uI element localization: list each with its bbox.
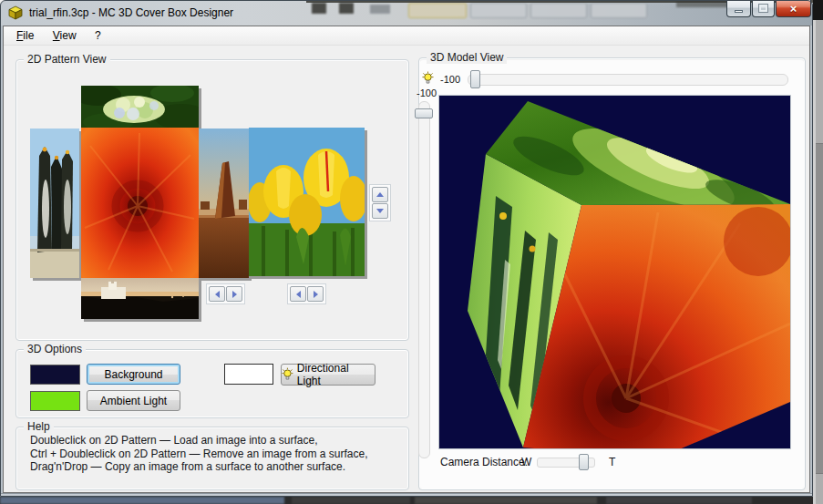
model-viewport[interactable]: [438, 95, 791, 449]
spin-right-button[interactable]: [226, 286, 242, 302]
maximize-icon: [759, 5, 767, 12]
group-3d-options-label: 3D Options: [24, 343, 86, 355]
left-arrow-icon: [215, 291, 220, 298]
camera-tele-label: T: [609, 456, 615, 468]
taskbar-blur-segment: [606, 497, 752, 504]
light-vertical-slider-track[interactable]: [418, 101, 430, 458]
background-color-swatch: [30, 365, 80, 385]
screen: trial_rfin.3cp - MC 3D Cover Box Designe…: [0, 0, 823, 504]
taskbar-blur-segment: [415, 497, 597, 504]
spin-left-button[interactable]: [209, 286, 225, 302]
window-border-right: [810, 26, 813, 493]
minimize-icon: [735, 10, 743, 13]
app-cube-icon: [8, 5, 23, 20]
surface-top-hydrangea[interactable]: [81, 86, 199, 128]
maximize-button[interactable]: [752, 0, 775, 17]
light-slider-value: -100: [440, 74, 460, 85]
group-help-label: Help: [24, 420, 54, 433]
penguins-image: [30, 129, 79, 278]
menu-file[interactable]: File: [9, 26, 41, 42]
surface-right-desert[interactable]: [199, 129, 249, 278]
help-line-1: Doubleclick on 2D Pattern — Load an imag…: [30, 434, 368, 447]
minimize-button[interactable]: [726, 0, 751, 17]
group-3d-model-view-label: 3D Model View: [427, 51, 507, 64]
background-window-edge: [676, 0, 729, 7]
light-horizontal-slider-thumb[interactable]: [470, 70, 480, 88]
vertical-slider-value: -100: [417, 87, 437, 98]
spin-up-button[interactable]: [372, 187, 388, 202]
fort-image: [81, 278, 199, 319]
light-horizontal-slider-track[interactable]: [468, 74, 788, 86]
camera-distance-label: Camera Distance:: [440, 456, 528, 468]
menubar: File View ?: [4, 26, 809, 46]
ambient-color-swatch: [30, 391, 80, 411]
help-text: Doubleclick on 2D Pattern — Load an imag…: [30, 434, 368, 474]
right-arrow-icon: [232, 291, 237, 298]
spin-right-button[interactable]: [307, 286, 324, 302]
surface-updown-spinner: [369, 184, 391, 221]
taskbar-blur-segment: [292, 497, 410, 504]
surface-left-penguins[interactable]: [30, 129, 79, 278]
group-2d-pattern-view-label: 2D Pattern View: [24, 53, 110, 66]
directional-light-button[interactable]: Directional Light: [281, 364, 375, 386]
back-surface-spinner: [287, 283, 326, 304]
help-line-2: Ctrl + Doubleclick on 2D Pattern — Remov…: [30, 447, 368, 461]
taskbar-blur-strip: [0, 497, 813, 504]
window-title: trial_rfin.3cp - MC 3D Cover Box Designe…: [29, 6, 233, 19]
hydrangea-image: [81, 86, 199, 128]
help-line-3: Drag'n'Drop — Copy an image from a surfa…: [30, 460, 368, 474]
chrysanthemum-image: [81, 128, 199, 278]
spin-left-button[interactable]: [290, 286, 306, 302]
close-button[interactable]: ×: [776, 0, 811, 17]
background-window-titlebar: [813, 0, 823, 20]
background-scrollbar-thumb: [816, 143, 823, 474]
surface-bottom-fort[interactable]: [81, 278, 199, 319]
spin-down-button[interactable]: [372, 203, 388, 219]
camera-wide-label: W: [521, 456, 531, 468]
background-window-sliver: [813, 0, 823, 504]
left-arrow-icon: [296, 291, 301, 298]
ambient-light-button[interactable]: Ambient Light: [87, 390, 180, 411]
titlebar[interactable]: trial_rfin.3cp - MC 3D Cover Box Designe…: [0, 0, 813, 26]
down-arrow-icon: [376, 209, 384, 213]
background-window-blur: [306, 0, 678, 22]
directional-color-swatch: [224, 364, 273, 385]
menu-help[interactable]: ?: [87, 26, 108, 42]
surface-back-tulips[interactable]: [249, 128, 365, 276]
right-arrow-icon: [314, 291, 318, 298]
camera-distance-slider-thumb[interactable]: [579, 454, 589, 470]
desert-image: [199, 129, 249, 278]
surface-front-chrysanthemum[interactable]: [81, 128, 199, 278]
background-button[interactable]: Background: [87, 364, 180, 385]
cube-render: [439, 96, 791, 449]
taskbar-blur-segment: [0, 497, 284, 504]
right-surface-spinner: [206, 283, 245, 304]
lightbulb-icon: [282, 367, 293, 382]
close-icon: ×: [790, 3, 797, 15]
light-vertical-slider-thumb[interactable]: [415, 108, 433, 118]
up-arrow-icon: [376, 192, 384, 197]
menu-view[interactable]: View: [46, 26, 84, 42]
tulips-image: [249, 128, 365, 276]
directional-light-bulb-icon: [422, 71, 434, 86]
window-border-bottom: [0, 493, 813, 497]
